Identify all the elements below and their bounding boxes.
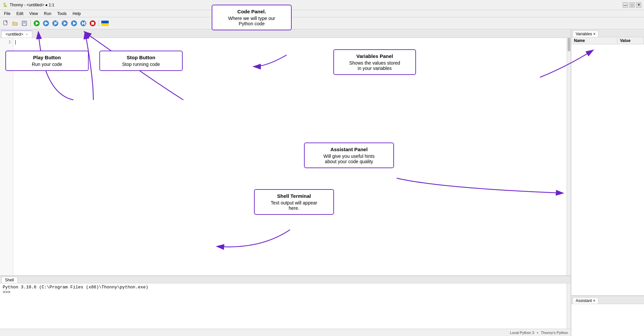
- asst-ann-body: Will give you useful hintsabout your cod…: [323, 154, 374, 164]
- shell-terminal-annotation: Shell Terminal Text output will appearhe…: [254, 189, 334, 215]
- stop-button-annotation: Stop Button Stop running code: [99, 51, 183, 71]
- code-area[interactable]: 1: [0, 38, 567, 275]
- stop-btn[interactable]: [88, 19, 97, 28]
- assistant-tab[interactable]: Assistant ×: [573, 297, 598, 304]
- variables-content: [571, 44, 644, 295]
- shell-content-wrapper: Python 3.10.6 (C:\Program Files (x86)\Th…: [0, 283, 571, 329]
- assistant-content: [571, 304, 644, 336]
- play-button-annotation: Play Button Run your code: [5, 51, 89, 71]
- close-button[interactable]: ✕: [636, 2, 641, 8]
- shell-scrollbar-track[interactable]: [567, 283, 571, 329]
- app-icon: 🐍: [3, 3, 8, 7]
- assistant-tab-bar: Assistant ×: [571, 296, 644, 304]
- variables-value-header: Value: [617, 37, 644, 44]
- step-over-btn[interactable]: [51, 19, 60, 28]
- svg-rect-19: [91, 22, 94, 25]
- shell-content[interactable]: Python 3.10.6 (C:\Program Files (x86)\Th…: [0, 283, 567, 329]
- menu-bar: File Edit View Run Tools Help: [0, 10, 644, 17]
- svg-rect-2: [23, 21, 26, 23]
- line-num-1: 1: [0, 39, 13, 45]
- stop-btn-ann-body: Stop running code: [122, 62, 160, 67]
- shell-container: Shell Python 3.10.6 (C:\Program Files (x…: [0, 275, 571, 329]
- run-btn[interactable]: [32, 19, 41, 28]
- toolbar-sep-2: [99, 20, 99, 27]
- svg-rect-3: [23, 24, 26, 25]
- code-panel-ann-title: Code Panel.: [218, 9, 286, 14]
- svg-rect-17: [84, 22, 85, 25]
- main-layout: <untitled> × 1: [0, 29, 644, 336]
- stop-btn-ann-title: Stop Button: [105, 55, 177, 60]
- debug-btn[interactable]: [42, 19, 50, 28]
- new-file-btn[interactable]: [1, 19, 10, 28]
- code-tab-untitled[interactable]: <untitled> ×: [1, 31, 32, 38]
- assistant-panel-annotation: Assistant Panel Will give you useful hin…: [304, 143, 394, 168]
- code-panel-annotation: Code Panel. Where we will type ourPython…: [212, 5, 292, 30]
- svg-rect-21: [101, 23, 109, 26]
- shell-ann-body: Text output will appearhere.: [271, 200, 317, 211]
- play-btn-ann-title: Play Button: [11, 55, 83, 60]
- toolbar-sep-1: [30, 20, 31, 27]
- code-tabs: <untitled> ×: [0, 29, 571, 38]
- variables-name-header: Name: [571, 37, 617, 44]
- toolbar: [0, 17, 644, 29]
- menu-tools[interactable]: Tools: [55, 11, 69, 17]
- cursor-line: [15, 39, 565, 45]
- text-cursor: [15, 40, 16, 45]
- title-bar: 🐍 Thonny - <untitled> ● 1:1 — □ ✕: [0, 0, 644, 10]
- variables-tab[interactable]: Variables ×: [573, 31, 598, 37]
- play-btn-ann-body: Run your code: [32, 62, 62, 67]
- scrollbar-track[interactable]: [567, 38, 571, 275]
- assistant-panel: Assistant ×: [571, 296, 644, 336]
- variables-panel: Variables × Name Value: [571, 29, 644, 296]
- scrollbar-thumb[interactable]: [568, 38, 570, 51]
- open-file-btn[interactable]: [11, 19, 19, 28]
- menu-file[interactable]: File: [1, 11, 13, 17]
- right-sidebar: Variables × Name Value Assistant ×: [571, 29, 644, 336]
- menu-help[interactable]: Help: [70, 11, 84, 17]
- resume-btn[interactable]: [79, 19, 88, 28]
- svg-rect-20: [101, 21, 109, 23]
- save-file-btn[interactable]: [20, 19, 29, 28]
- flag-btn[interactable]: [101, 19, 109, 28]
- vars-ann-body: Shows the values storedin your variables: [349, 60, 400, 71]
- vars-ann-title: Variables Panel: [339, 53, 410, 59]
- shell-prompt: >>>: [3, 290, 564, 295]
- menu-view[interactable]: View: [27, 11, 41, 17]
- variables-panel-annotation: Variables Panel Shows the values storedi…: [333, 49, 416, 75]
- code-editor-container: 1: [0, 38, 571, 275]
- maximize-button[interactable]: □: [629, 2, 635, 8]
- code-panel-ann-body: Where we will type ourPython code: [228, 16, 275, 26]
- status-separator: •: [537, 331, 538, 335]
- shell-tabs: Shell: [0, 276, 571, 283]
- step-out-btn[interactable]: [70, 19, 78, 28]
- variables-tab-bar: Variables ×: [571, 29, 644, 37]
- interpreter-label: Local Python 3: [510, 331, 534, 335]
- step-into-btn[interactable]: [60, 19, 69, 28]
- asst-ann-title: Assistant Panel: [310, 147, 388, 152]
- code-scrollbar[interactable]: [567, 38, 571, 275]
- menu-run[interactable]: Run: [41, 11, 54, 17]
- shell-python-info: Python 3.10.6 (C:\Program Files (x86)\Th…: [3, 285, 564, 290]
- shell-tab[interactable]: Shell: [1, 277, 18, 283]
- status-bar: Local Python 3 • Thonny's Python: [0, 329, 571, 336]
- shell-scrollbar[interactable]: [567, 283, 571, 329]
- variables-column-headers: Name Value: [571, 37, 644, 44]
- shell-ann-title: Shell Terminal: [260, 193, 328, 199]
- line-numbers: 1: [0, 38, 13, 275]
- window-title: Thonny - <untitled> ● 1:1: [10, 3, 54, 7]
- minimize-button[interactable]: —: [623, 2, 628, 8]
- left-side: <untitled> × 1: [0, 29, 571, 336]
- menu-edit[interactable]: Edit: [14, 11, 26, 17]
- code-content[interactable]: [13, 38, 567, 275]
- python-version: Thonny's Python: [541, 331, 568, 335]
